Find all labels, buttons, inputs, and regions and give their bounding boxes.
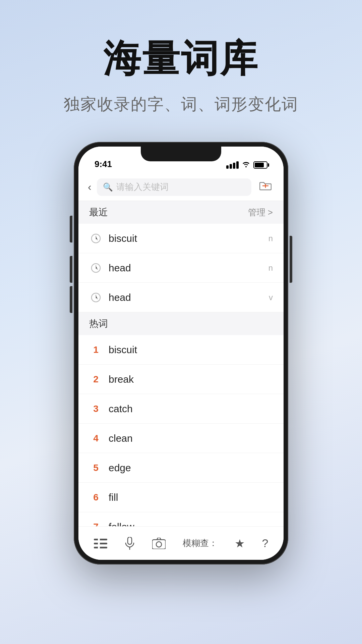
status-icons [226, 161, 267, 169]
microphone-button[interactable] [124, 537, 135, 550]
svg-rect-4 [94, 543, 107, 544]
recent-tag-1: n [268, 234, 273, 243]
hot-title: 热词 [89, 317, 108, 330]
notch [141, 147, 221, 161]
battery-icon [253, 161, 267, 169]
page-title: 海量词库 [64, 34, 298, 84]
fuzzy-label: 模糊查： [183, 537, 218, 549]
signal-icon [226, 161, 239, 169]
hot-word-1: biscuit [109, 344, 273, 356]
back-button[interactable]: ‹ [88, 181, 92, 193]
recent-section-header: 最近 管理 > [78, 201, 284, 224]
manage-button[interactable]: 管理 > [248, 207, 273, 218]
rank-3: 3 [89, 404, 103, 414]
hot-item-2[interactable]: 2 break [78, 365, 284, 394]
hot-word-3: catch [109, 403, 273, 415]
camera-button[interactable] [152, 538, 166, 549]
search-input-area[interactable]: 🔍 请输入关键词 [97, 178, 251, 196]
rank-4: 4 [89, 433, 103, 444]
question-button[interactable]: ? [262, 537, 268, 550]
rank-1: 1 [89, 344, 103, 355]
status-bar: 9:41 [78, 147, 284, 173]
phone-screen: 9:41 ‹ 🔍 请输入关键词 [78, 147, 284, 560]
wifi-icon [242, 161, 250, 169]
recent-word-2: head [109, 262, 268, 274]
menu-button[interactable] [94, 538, 107, 549]
recent-word-1: biscuit [109, 233, 268, 244]
rank-5: 5 [89, 463, 103, 473]
svg-point-12 [156, 542, 162, 547]
search-bar: ‹ 🔍 请输入关键词 [78, 173, 284, 201]
search-icon: 🔍 [103, 182, 113, 192]
svg-rect-8 [98, 547, 100, 548]
recent-tag-2: n [268, 263, 273, 273]
recent-item-1[interactable]: biscuit n [78, 224, 284, 253]
page-subtitle: 独家收录的字、词、词形变化词 [64, 94, 298, 115]
recent-item-2[interactable]: head n [78, 253, 284, 283]
status-time: 9:41 [95, 159, 112, 169]
folder-icon [259, 180, 272, 194]
rank-7: 7 [89, 522, 103, 527]
rank-2: 2 [89, 374, 103, 385]
search-placeholder: 请输入关键词 [116, 181, 169, 193]
hot-item-6[interactable]: 6 fill [78, 483, 284, 512]
hot-word-6: fill [109, 492, 273, 503]
hot-item-3[interactable]: 3 catch [78, 394, 284, 424]
hot-item-4[interactable]: 4 clean [78, 424, 284, 453]
hot-word-2: break [109, 374, 273, 385]
clock-icon-2 [89, 261, 103, 275]
recent-tag-3: v [269, 293, 273, 302]
rank-6: 6 [89, 492, 103, 503]
phone-shell: 9:41 ‹ 🔍 请输入关键词 [74, 142, 288, 565]
svg-rect-11 [152, 540, 166, 549]
svg-rect-5 [94, 547, 107, 548]
svg-rect-7 [98, 543, 100, 544]
hot-word-7: follow [109, 521, 273, 527]
hot-item-1[interactable]: 1 biscuit [78, 335, 284, 365]
clock-icon-3 [89, 291, 103, 304]
hot-word-5: edge [109, 462, 273, 474]
svg-rect-6 [98, 539, 100, 540]
folder-button[interactable] [257, 178, 274, 196]
star-button[interactable]: ★ [235, 537, 245, 550]
page-header: 海量词库 独家收录的字、词、词形变化词 [64, 34, 298, 115]
clock-icon-1 [89, 232, 103, 245]
svg-rect-3 [94, 539, 107, 540]
svg-rect-9 [128, 537, 132, 544]
hot-section-header: 热词 [78, 312, 284, 335]
hot-item-7[interactable]: 7 follow [78, 512, 284, 526]
recent-title: 最近 [89, 206, 108, 219]
hot-item-5[interactable]: 5 edge [78, 453, 284, 483]
recent-item-3[interactable]: head v [78, 283, 284, 312]
content-area: 最近 管理 > biscuit n head n [78, 201, 284, 526]
bottom-toolbar: 模糊查： ★ ? [78, 526, 284, 560]
hot-word-4: clean [109, 433, 273, 444]
recent-word-3: head [109, 292, 269, 303]
